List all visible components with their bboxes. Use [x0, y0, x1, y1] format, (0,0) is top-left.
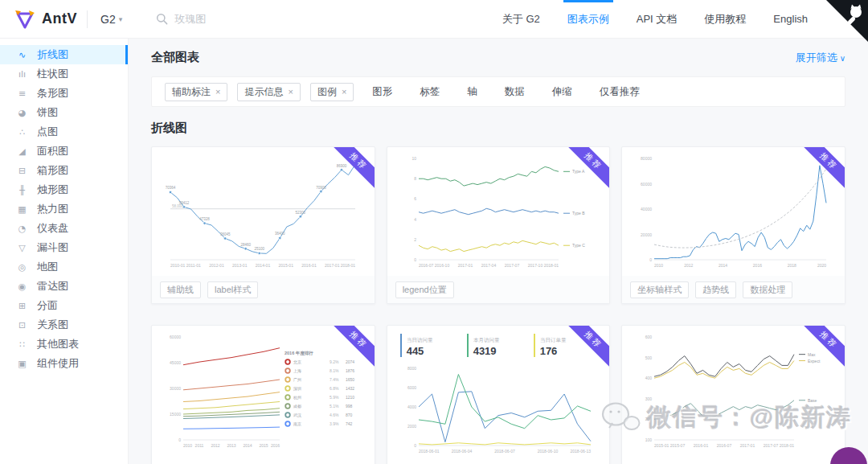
chart-card[interactable]: 推荐 6005004003002001002015-012015-072016-… [621, 325, 845, 464]
sidebar-item[interactable]: ▽ 漏斗图 [0, 238, 128, 257]
search-input[interactable] [174, 13, 343, 25]
github-corner-icon[interactable] [826, 0, 868, 42]
sidebar-item[interactable]: ∿ 折线图 [0, 45, 128, 64]
svg-text:2010-01: 2010-01 [170, 263, 186, 268]
search-box[interactable] [156, 13, 343, 25]
filter-item[interactable]: 数据 [505, 85, 525, 99]
svg-text:1650: 1650 [346, 377, 354, 382]
svg-text:2016-01: 2016-01 [302, 263, 317, 268]
card-tags: 坐标轴样式趋势线数据处理 [622, 276, 845, 303]
svg-text:1210: 1210 [346, 395, 354, 400]
nav-item[interactable]: 使用教程 [690, 0, 760, 39]
chart-card[interactable]: 推荐 2010-012011-012012-012013-012014-0120… [151, 146, 375, 304]
svg-text:15000: 15000 [170, 412, 181, 417]
sidebar-item[interactable]: ◕ 饼图 [0, 103, 128, 122]
svg-text:2018-01: 2018-01 [779, 443, 794, 448]
card-tag[interactable]: 数据处理 [743, 281, 792, 298]
chart-thumbnail: 2010-012011-012012-012013-012014-012015-… [162, 152, 363, 271]
filter-item[interactable]: 轴 [467, 85, 477, 99]
filter-item[interactable]: 伸缩 [552, 85, 572, 99]
sidebar-item[interactable]: ◎ 地图 [0, 257, 128, 277]
svg-text:2000: 2000 [407, 424, 416, 429]
svg-text:2012: 2012 [211, 443, 220, 448]
filter-item[interactable]: 图形 [372, 85, 392, 99]
sidebar-item[interactable]: ◉ 雷达图 [0, 277, 128, 296]
nav-item[interactable]: 关于 G2 [489, 0, 554, 39]
sidebar-item[interactable]: ⊡ 关系图 [0, 315, 128, 335]
card-tag[interactable]: 趋势线 [695, 281, 736, 298]
nav-item[interactable]: 图表示例 [554, 0, 623, 39]
card-tag[interactable]: 辅助线 [160, 281, 201, 298]
svg-text:2010: 2010 [183, 443, 192, 448]
svg-text:1432: 1432 [346, 386, 354, 391]
svg-text:2020: 2020 [817, 263, 826, 268]
sidebar-item[interactable]: ⊞ 分面 [0, 296, 128, 315]
svg-text:上海: 上海 [293, 368, 301, 374]
sidebar-item-label: 折线图 [37, 47, 68, 62]
expand-filter-link[interactable]: 展开筛选∨ [796, 51, 845, 65]
filter-chip[interactable]: 提示信息 × [237, 83, 300, 101]
svg-text:5.1%: 5.1% [330, 404, 339, 409]
svg-text:30000: 30000 [170, 386, 181, 391]
svg-text:Type C: Type C [572, 243, 585, 248]
sidebar-item[interactable]: ∷ 其他图表 [0, 335, 128, 354]
close-icon[interactable]: × [215, 87, 220, 96]
stat-label: 当日访问量 [407, 337, 432, 344]
main-content: 全部图表 展开筛选∨ 辅助标注 × 提示信息 × 图例 × 图形标签轴数据伸缩仅… [129, 39, 868, 464]
svg-text:2018-06-13: 2018-06-13 [570, 449, 591, 454]
sidebar-item-label: 箱形图 [37, 163, 68, 178]
svg-text:0: 0 [414, 443, 416, 448]
chart-card[interactable]: 推荐 10864202016-072016-102017-012017-0420… [387, 146, 611, 304]
antv-logo-icon [14, 9, 35, 30]
svg-text:10: 10 [411, 156, 416, 161]
sidebar-item[interactable]: ◢ 面积图 [0, 142, 128, 161]
gauge-chart-icon: ◔ [16, 224, 28, 234]
radar-chart-icon: ◉ [16, 281, 28, 292]
svg-text:998: 998 [346, 404, 353, 409]
svg-text:南京: 南京 [293, 421, 301, 426]
card-tag[interactable]: label样式 [207, 281, 258, 298]
svg-text:2016 年度排行: 2016 年度排行 [285, 351, 313, 356]
product-switcher[interactable]: G2 ▾ [100, 13, 122, 26]
nav-item[interactable]: English [760, 0, 821, 39]
sidebar-item[interactable]: ▦ 热力图 [0, 199, 128, 219]
chart-thumbnail: 6000045000300001500002010201120122013201… [162, 331, 363, 451]
svg-text:2010: 2010 [654, 263, 663, 268]
filter-item[interactable]: 仅看推荐 [600, 85, 640, 99]
sidebar-item[interactable]: ∴ 点图 [0, 122, 128, 142]
filter-chip-label: 提示信息 [244, 85, 283, 99]
svg-text:6.8%: 6.8% [330, 386, 339, 391]
card-tag[interactable]: legend位置 [395, 281, 454, 298]
filter-chip-label: 辅助标注 [172, 85, 211, 99]
chart-card[interactable]: 推荐 6000045000300001500002010201120122013… [151, 325, 375, 464]
sidebar-item[interactable]: ╫ 烛形图 [0, 180, 128, 199]
close-icon[interactable]: × [288, 87, 293, 96]
svg-text:成都: 成都 [293, 404, 301, 409]
antv-brand[interactable]: AntV [0, 9, 77, 30]
chart-card[interactable]: 推荐 当日访问量445本月访问量4319当日订单量176800060004000… [387, 325, 611, 464]
pie-chart-icon: ◕ [16, 108, 28, 118]
sidebar-item[interactable]: ▣ 组件使用 [0, 354, 128, 373]
sidebar-item-label: 仪表盘 [37, 221, 68, 236]
svg-text:70364: 70364 [166, 186, 176, 190]
nav-item[interactable]: API 文档 [623, 0, 691, 39]
card-tag[interactable]: 坐标轴样式 [630, 281, 689, 298]
sidebar-item[interactable]: ⊟ 箱形图 [0, 161, 128, 180]
svg-text:2018-06-01: 2018-06-01 [419, 449, 440, 454]
stat-value: 445 [407, 345, 443, 357]
svg-text:8.1%: 8.1% [330, 368, 339, 373]
chart-card[interactable]: 推荐 8000060000400002000002010201220142016… [621, 146, 845, 304]
chart-thumbnail: 8000060000400002000002010201220142016201… [633, 152, 834, 271]
svg-text:9.2%: 9.2% [330, 359, 339, 364]
filter-item[interactable]: 标签 [420, 85, 440, 99]
filter-bar: 辅助标注 × 提示信息 × 图例 × 图形标签轴数据伸缩仅看推荐 [151, 76, 845, 107]
filter-chip[interactable]: 辅助标注 × [165, 83, 227, 101]
sidebar-item[interactable]: ılı 柱状图 [0, 64, 128, 84]
sidebar-item[interactable]: ≡ 条形图 [0, 84, 128, 103]
box-chart-icon: ⊟ [16, 166, 28, 176]
filter-chip[interactable]: 图例 × [310, 83, 354, 101]
sidebar-item[interactable]: ◔ 仪表盘 [0, 219, 128, 238]
svg-text:2015: 2015 [260, 443, 268, 448]
svg-text:1876: 1876 [346, 368, 354, 373]
close-icon[interactable]: × [342, 87, 346, 96]
